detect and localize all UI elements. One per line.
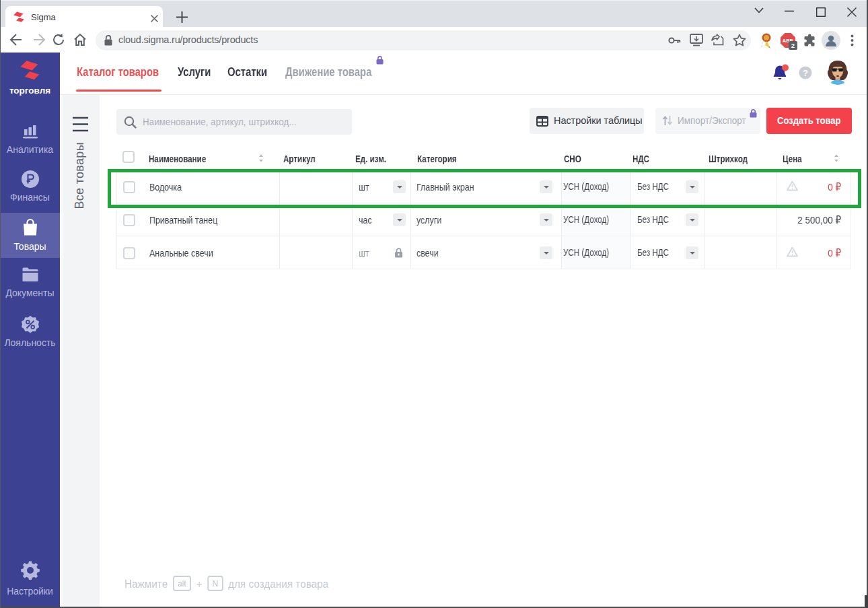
svg-text:?: ? (803, 68, 808, 78)
svg-text:2: 2 (791, 42, 795, 49)
